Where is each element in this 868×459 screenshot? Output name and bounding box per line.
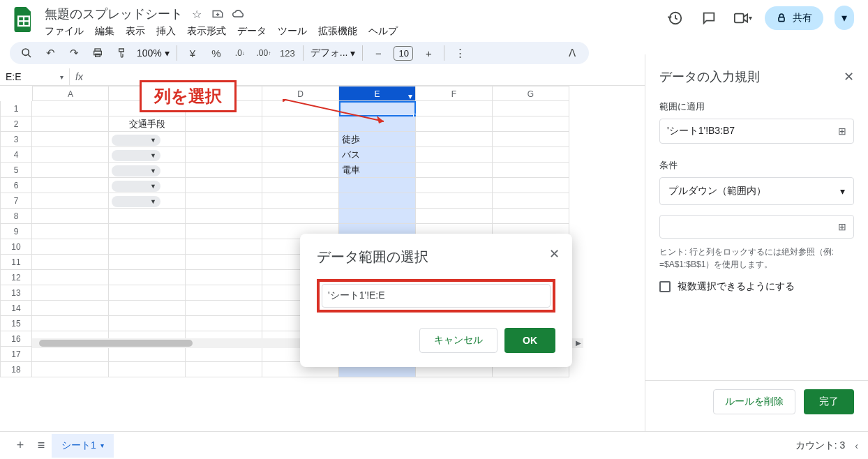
cell[interactable]: バス <box>339 147 416 163</box>
cell[interactable] <box>186 193 262 209</box>
menu-file[interactable]: ファイル <box>45 25 84 38</box>
cell[interactable] <box>339 178 416 193</box>
cell[interactable] <box>32 224 109 239</box>
done-button[interactable]: 完了 <box>804 389 854 414</box>
cell[interactable] <box>493 132 569 147</box>
add-sheet-icon[interactable]: + <box>10 438 31 453</box>
percent-btn[interactable]: % <box>208 45 225 61</box>
cell[interactable] <box>186 209 262 224</box>
menu-ext[interactable]: 拡張機能 <box>318 25 357 38</box>
cell[interactable] <box>109 316 186 331</box>
cell[interactable] <box>32 163 109 178</box>
row-header[interactable]: 6 <box>0 178 32 193</box>
more-icon[interactable]: ⋮ <box>451 45 468 61</box>
cell[interactable] <box>262 178 339 193</box>
cell[interactable]: ▼ <box>109 193 186 209</box>
dropdown-chip[interactable]: ▼ <box>112 150 160 161</box>
sheet-tab-1[interactable]: シート1▾ <box>52 434 114 458</box>
cell[interactable] <box>416 163 493 178</box>
inc-decimal[interactable]: .00↑ <box>255 45 272 61</box>
grid-select-icon[interactable]: ⊞ <box>838 221 846 232</box>
cell[interactable] <box>262 209 339 224</box>
currency-btn[interactable]: ¥ <box>184 45 201 61</box>
cell[interactable] <box>493 101 569 116</box>
cell[interactable] <box>32 116 109 132</box>
col-header-F[interactable]: F <box>416 86 493 101</box>
paint-icon[interactable] <box>113 45 130 61</box>
all-sheets-icon[interactable]: ≡ <box>31 438 52 453</box>
collapse-toolbar-icon[interactable]: ᐱ <box>564 45 581 61</box>
cell[interactable] <box>109 209 186 224</box>
dropdown-chip[interactable]: ▼ <box>112 135 160 146</box>
cell[interactable] <box>32 270 109 285</box>
row-header[interactable]: 8 <box>0 209 32 224</box>
redo-icon[interactable]: ↷ <box>66 45 82 61</box>
col-header-A[interactable]: A <box>32 86 109 101</box>
font-select[interactable]: デフォ... ▾ <box>310 47 356 59</box>
cell[interactable] <box>186 147 262 163</box>
menu-help[interactable]: ヘルプ <box>368 25 398 38</box>
range-input[interactable] <box>322 284 551 308</box>
cell[interactable] <box>416 193 493 209</box>
cell[interactable] <box>186 285 262 301</box>
cell[interactable] <box>493 178 569 193</box>
font-dec[interactable]: − <box>370 45 387 61</box>
undo-icon[interactable]: ↶ <box>42 45 59 61</box>
cell[interactable] <box>262 163 339 178</box>
history-icon[interactable] <box>664 7 687 29</box>
cell[interactable] <box>416 178 493 193</box>
scroll-right[interactable]: ▶ <box>573 338 583 348</box>
cell[interactable] <box>32 255 109 270</box>
cell[interactable] <box>493 163 569 178</box>
dropdown-chip[interactable]: ▼ <box>112 181 160 192</box>
row-header[interactable]: 10 <box>0 239 32 255</box>
row-header[interactable]: 15 <box>0 316 32 331</box>
cell[interactable] <box>493 193 569 209</box>
menu-view[interactable]: 表示 <box>126 25 145 38</box>
row-header[interactable]: 12 <box>0 270 32 285</box>
row-header[interactable]: 2 <box>0 116 32 132</box>
row-header[interactable]: 1 <box>0 101 32 116</box>
cell[interactable] <box>109 255 186 270</box>
explore-icon[interactable]: ‹ <box>855 440 858 451</box>
star-icon[interactable]: ☆ <box>190 7 204 21</box>
range-field[interactable]: 'シート1'!B3:B7⊞ <box>659 119 854 144</box>
cell[interactable] <box>32 285 109 301</box>
meet-icon[interactable]: ▾ <box>731 7 754 29</box>
row-header[interactable]: 11 <box>0 255 32 270</box>
chevron-down-icon[interactable]: ▾ <box>100 442 104 449</box>
cell[interactable] <box>109 285 186 301</box>
share-dropdown[interactable]: ▾ <box>835 6 854 30</box>
font-inc[interactable]: + <box>420 45 437 61</box>
grid-select-icon[interactable]: ⊞ <box>838 126 846 137</box>
cell[interactable] <box>493 147 569 163</box>
cell[interactable] <box>416 116 493 132</box>
cell[interactable] <box>32 316 109 331</box>
cell[interactable] <box>32 362 109 377</box>
dropdown-chip[interactable]: ▼ <box>112 165 160 176</box>
cell[interactable] <box>109 224 186 239</box>
cell[interactable] <box>186 224 262 239</box>
menu-tools[interactable]: ツール <box>278 25 307 38</box>
row-header[interactable]: 7 <box>0 193 32 209</box>
sheets-logo[interactable] <box>10 6 38 33</box>
doc-title[interactable]: 無題のスプレッドシート <box>45 6 183 22</box>
cell[interactable] <box>109 239 186 255</box>
cell[interactable] <box>32 132 109 147</box>
cell[interactable]: 交通手段 <box>109 116 186 132</box>
cell[interactable] <box>186 255 262 270</box>
cell[interactable] <box>416 209 493 224</box>
cell[interactable] <box>339 209 416 224</box>
cell[interactable] <box>32 101 109 116</box>
col-header-G[interactable]: G <box>493 86 569 101</box>
cell[interactable] <box>186 347 262 362</box>
cell[interactable] <box>186 362 262 377</box>
cell[interactable] <box>186 301 262 316</box>
cancel-button[interactable]: キャンセル <box>419 328 497 353</box>
cell[interactable] <box>186 316 262 331</box>
comment-icon[interactable] <box>698 7 720 29</box>
cell[interactable]: ▼ <box>109 178 186 193</box>
zoom-select[interactable]: 100% ▾ <box>137 47 170 59</box>
cloud-icon[interactable] <box>232 7 246 21</box>
cell[interactable] <box>186 116 262 132</box>
